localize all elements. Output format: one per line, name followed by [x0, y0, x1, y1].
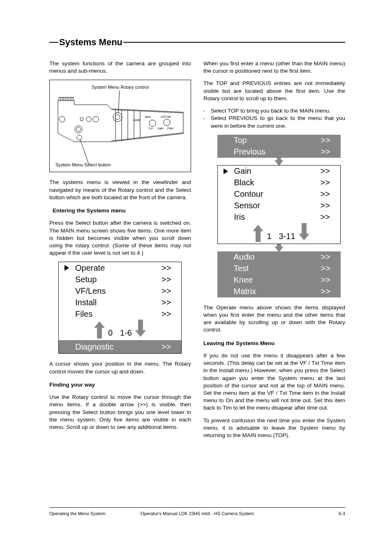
svg-point-5 — [164, 119, 170, 126]
paragraph-top-previous: The TOP and PREVIOUS entries are not imm… — [203, 80, 345, 102]
paragraph-first-enter: When you first enter a menu (other than … — [203, 60, 345, 75]
menu-item-hidden: Top >> — [217, 135, 341, 146]
left-column: The system functions of the camera are g… — [49, 60, 191, 444]
svg-marker-22 — [253, 225, 263, 242]
intro-paragraph: The system functions of the camera are g… — [49, 60, 191, 75]
paragraph-leaving-2: To prevent confusion the next time you e… — [203, 417, 345, 440]
menu-item: Operate >> — [59, 262, 181, 274]
footer-right: 6-3 — [271, 511, 345, 516]
menu-item-label: VF/Lens — [69, 286, 161, 297]
heading-rule-right — [123, 42, 345, 43]
page-from: 0 — [106, 327, 113, 339]
svg-marker-20 — [135, 320, 146, 337]
operate-menu-hidden-above: Top >> Previous >> — [217, 135, 341, 158]
footer-left: Operating the Menu System — [49, 511, 123, 516]
bullet-dash: - — [203, 115, 207, 129]
page-to: 3-11 — [279, 231, 295, 242]
menu-item-label: Iris — [228, 212, 321, 223]
diagram-label-select: System Menu Select button — [55, 162, 111, 168]
svg-point-8 — [113, 113, 122, 122]
submenu-arrow: >> — [321, 212, 340, 223]
menu-item-label: Black — [228, 177, 321, 188]
submenu-arrow: >> — [321, 166, 340, 177]
menu-item-label: Sensor — [228, 200, 321, 211]
heading-entering: Entering the Systems menu — [49, 207, 191, 214]
submenu-arrow: >> — [321, 135, 341, 146]
menu-item-hidden: Test >> — [217, 263, 341, 274]
camera-line-art: Bars STD file Col Gain Filter AWB — [50, 80, 191, 173]
paragraph-operate: The Operate menu above shows the items d… — [203, 304, 345, 334]
menu-item-hidden: Matrix >> — [217, 286, 341, 297]
menu-item: Install >> — [59, 297, 181, 308]
svg-text:AWB: AWB — [134, 119, 140, 122]
menu-item: Files >> — [59, 308, 181, 320]
submenu-arrow: >> — [321, 200, 340, 211]
menu-paging: 1 3-11 — [218, 223, 340, 244]
paragraph-finding: Use the Rotary control to move the curso… — [49, 394, 191, 431]
section-title: Systems Menu — [58, 37, 123, 48]
menu-item: Setup >> — [59, 274, 181, 285]
menu-item-label: Files — [69, 309, 161, 320]
svg-text:Col: Col — [148, 127, 153, 130]
svg-point-2 — [86, 117, 91, 122]
menu-paging: 0 1-6 — [59, 320, 181, 340]
submenu-arrow: >> — [161, 274, 181, 285]
menu-item-label: Audio — [228, 251, 321, 263]
cursor-paragraph: A cursor shows your position in the menu… — [49, 360, 191, 375]
operate-menu-display: Gain >> Black >> Contour >> Sensor >> — [217, 165, 341, 244]
page-footer: Operating the Menu System Operator's Man… — [49, 507, 345, 516]
menu-item-label: Install — [69, 297, 161, 308]
submenu-arrow: >> — [321, 263, 341, 274]
paragraph-entering: Press the Select button after the camera… — [49, 219, 191, 257]
camera-diagram: System Menu Rotary control — [49, 80, 191, 172]
svg-point-3 — [93, 116, 99, 122]
svg-point-7 — [76, 127, 81, 131]
svg-line-11 — [118, 90, 120, 113]
bullet-dash: - — [203, 107, 207, 115]
viewfinder-paragraph: The systems menu is viewed in the viewfi… — [49, 179, 191, 201]
submenu-arrow: >> — [321, 189, 340, 200]
svg-point-0 — [59, 116, 65, 122]
menu-item-hidden: Audio >> — [217, 251, 341, 263]
arrow-down-icon — [134, 320, 147, 339]
menu-item-label: Operate — [69, 263, 161, 274]
svg-text:Filter: Filter — [167, 127, 174, 130]
svg-marker-24 — [274, 244, 284, 252]
cursor-icon — [224, 168, 228, 174]
submenu-arrow: >> — [161, 263, 181, 274]
menu-item: Gain >> — [218, 166, 340, 177]
menu-item-label: Test — [228, 263, 321, 274]
submenu-arrow: >> — [161, 341, 181, 352]
heading-finding: Finding your way — [49, 381, 191, 389]
menu-item-label: Top — [228, 135, 321, 146]
menu-item-label: Setup — [69, 274, 161, 285]
menu-item: Iris >> — [218, 212, 340, 223]
submenu-arrow: >> — [321, 251, 341, 263]
submenu-arrow: >> — [161, 297, 181, 308]
svg-point-10 — [77, 135, 82, 140]
menu-item: Sensor >> — [218, 200, 340, 212]
menu-item: VF/Lens >> — [59, 285, 181, 297]
bullet-text: Select TOP to bring you back to the MAIN… — [211, 107, 345, 115]
svg-marker-19 — [94, 321, 105, 339]
submenu-arrow: >> — [321, 274, 341, 286]
footer-center: Operator's Manual LDK 23HS mkII - HS Cam… — [123, 511, 271, 516]
menu-item: Black >> — [218, 177, 340, 189]
bullet-list: -Select TOP to bring you back to the MAI… — [203, 107, 345, 130]
page-to: 1-6 — [120, 327, 132, 339]
heading-leaving: Leaving the Systems Menu — [203, 340, 345, 347]
menu-item-hidden: Knee >> — [217, 274, 341, 286]
menu-item-label: Previous — [228, 146, 321, 157]
svg-point-6 — [75, 126, 82, 133]
cursor-icon — [65, 265, 69, 271]
menu-item-hidden: Diagnostic >> — [59, 340, 181, 353]
menu-item: Contour >> — [218, 189, 340, 200]
svg-point-4 — [149, 120, 156, 127]
svg-text:Bars: Bars — [145, 115, 151, 118]
menu-item-label: Knee — [228, 274, 321, 286]
menu-item-hidden: Previous >> — [217, 146, 341, 158]
main-menu-display: Operate >> Setup >> VF/Lens >> Install >… — [58, 262, 182, 354]
svg-marker-23 — [299, 223, 309, 240]
arrow-up-icon — [252, 223, 264, 242]
page-from: 1 — [264, 231, 271, 242]
